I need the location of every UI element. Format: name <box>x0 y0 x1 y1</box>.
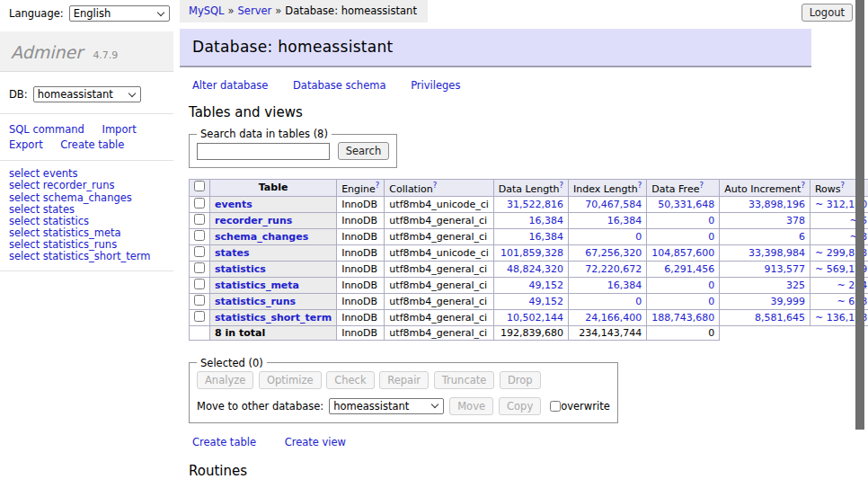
sidebar-item-select-statistics[interactable]: select statistics <box>9 216 173 227</box>
sidebar-item-select-recorder-runs[interactable]: select recorder_runs <box>9 180 173 191</box>
sidebar-item-select-schema-changes[interactable]: select schema_changes <box>9 192 173 204</box>
help-link[interactable]: ? <box>699 181 704 190</box>
index-length-link[interactable]: 72,220,672 <box>585 263 642 275</box>
table-link-statistics[interactable]: statistics <box>215 263 266 275</box>
drop-button[interactable]: Drop <box>500 371 541 389</box>
overwrite-label: overwrite <box>561 400 610 413</box>
auto-increment-link[interactable]: 913,577 <box>764 263 805 275</box>
data-length-link[interactable]: 101,859,328 <box>500 247 563 259</box>
privileges-link[interactable]: Privileges <box>411 79 460 92</box>
data-length-link[interactable]: 10,502,144 <box>507 312 563 324</box>
auto-increment-link[interactable]: 8,581,645 <box>755 312 805 324</box>
database-schema-link[interactable]: Database schema <box>293 79 385 92</box>
language-select[interactable]: English <box>69 5 170 22</box>
overwrite-checkbox[interactable] <box>550 401 561 412</box>
help-link[interactable]: ? <box>433 181 438 190</box>
sidebar-item-select-statistics-short-term[interactable]: select statistics_short_term <box>9 251 173 262</box>
data-free-link[interactable]: 6,291,456 <box>664 263 714 275</box>
table-link-recorder-runs[interactable]: recorder_runs <box>215 215 292 226</box>
row-select-checkbox[interactable] <box>194 214 205 225</box>
sidebar-link-import[interactable]: Import <box>102 123 136 136</box>
analyze-button[interactable]: Analyze <box>197 371 253 389</box>
row-select-checkbox[interactable] <box>194 311 205 322</box>
create-table-link[interactable]: Create table <box>192 436 256 448</box>
row-select-checkbox[interactable] <box>194 279 205 289</box>
create-view-link[interactable]: Create view <box>285 436 346 448</box>
index-length-link[interactable]: 0 <box>635 296 642 307</box>
db-select[interactable]: homeassistant <box>33 86 141 102</box>
index-length-link[interactable]: 0 <box>635 231 642 243</box>
data-length-link[interactable]: 31,522,816 <box>507 199 563 210</box>
table-row: events InnoDB utf8mb4_unicode_ci 31,522,… <box>190 196 868 212</box>
help-link[interactable]: ? <box>638 181 642 190</box>
copy-button[interactable]: Copy <box>499 397 541 415</box>
data-free-link[interactable]: 0 <box>708 279 714 291</box>
table-link-states[interactable]: states <box>215 247 250 259</box>
auto-increment-link[interactable]: 33,398,984 <box>748 247 805 259</box>
auto-increment-link[interactable]: 325 <box>786 279 805 291</box>
sidebar-link-sql-command[interactable]: SQL command <box>9 123 84 136</box>
help-link[interactable]: ? <box>801 181 805 190</box>
breadcrumb-link-server[interactable]: Server <box>238 4 272 17</box>
data-length-link[interactable]: 49,152 <box>529 296 564 307</box>
search-button[interactable]: Search <box>338 142 390 160</box>
data-length-link[interactable]: 16,384 <box>529 231 564 243</box>
breadcrumb-link-mysql[interactable]: MySQL <box>189 4 225 17</box>
row-select-checkbox[interactable] <box>194 246 205 257</box>
data-length-link[interactable]: 49,152 <box>529 279 564 291</box>
auto-increment-link[interactable]: 378 <box>786 215 805 226</box>
auto-increment-link[interactable]: 39,999 <box>770 296 805 307</box>
row-select-checkbox[interactable] <box>194 230 205 241</box>
language-selected-value: English <box>74 7 111 20</box>
index-length-link[interactable]: 70,467,584 <box>585 199 642 210</box>
table-link-schema-changes[interactable]: schema_changes <box>215 231 308 243</box>
table-link-statistics-meta[interactable]: statistics_meta <box>215 279 299 291</box>
data-free-link[interactable]: 104,857,600 <box>651 247 714 259</box>
data-length-link[interactable]: 16,384 <box>529 215 564 226</box>
row-select-checkbox[interactable] <box>194 262 205 273</box>
data-length-link[interactable]: 48,824,320 <box>507 263 563 275</box>
alter-database-link[interactable]: Alter database <box>192 79 268 92</box>
table-row: statistics_meta InnoDB utf8mb4_general_c… <box>190 277 868 293</box>
auto-increment-link[interactable]: 33,898,196 <box>748 199 805 210</box>
select-all-checkbox[interactable] <box>194 181 205 191</box>
breadcrumb-separator: » <box>275 4 281 17</box>
data-free-link[interactable]: 0 <box>708 231 714 243</box>
logout-button[interactable]: Logout <box>802 4 853 22</box>
sidebar-divider <box>0 113 173 114</box>
repair-button[interactable]: Repair <box>379 371 429 389</box>
move-database-select[interactable]: homeassistant <box>329 398 444 414</box>
optimize-button[interactable]: Optimize <box>259 371 322 389</box>
sidebar-tables-list: select events select recorder_runs selec… <box>9 168 173 271</box>
row-select-checkbox[interactable] <box>194 295 205 306</box>
collation-cell: utf8mb4_general_ci <box>385 212 493 228</box>
move-button[interactable]: Move <box>449 397 493 415</box>
row-select-checkbox[interactable] <box>194 198 205 209</box>
help-link[interactable]: ? <box>841 181 846 190</box>
sidebar-link-export[interactable]: Export <box>9 138 43 151</box>
table-link-events[interactable]: events <box>215 199 252 210</box>
table-link-statistics-short-term[interactable]: statistics_short_term <box>215 312 332 324</box>
column-header-auto-increment: Auto Increment? <box>720 180 810 197</box>
check-button[interactable]: Check <box>326 371 374 389</box>
data-free-link[interactable]: 0 <box>708 296 714 307</box>
vertical-scrollbar[interactable] <box>855 0 864 430</box>
search-input[interactable] <box>197 143 330 160</box>
data-free-link[interactable]: 0 <box>708 215 714 226</box>
index-length-link[interactable]: 24,166,400 <box>585 312 642 324</box>
index-length-link[interactable]: 67,256,320 <box>585 247 642 259</box>
tables-and-views-heading: Tables and views <box>189 104 855 120</box>
help-link[interactable]: ? <box>560 181 564 190</box>
index-length-link[interactable]: 16,384 <box>607 279 642 291</box>
sidebar-link-create-table[interactable]: Create table <box>60 138 124 151</box>
index-length-link[interactable]: 16,384 <box>607 215 642 226</box>
truncate-button[interactable]: Truncate <box>434 371 495 389</box>
db-selected-value: homeassistant <box>38 88 113 101</box>
data-free-link[interactable]: 188,743,680 <box>651 312 714 324</box>
sidebar-item-select-states[interactable]: select states <box>9 204 173 216</box>
data-free-link[interactable]: 50,331,648 <box>658 199 714 210</box>
table-row: statistics InnoDB utf8mb4_general_ci 48,… <box>190 261 868 277</box>
auto-increment-link[interactable]: 6 <box>799 231 805 243</box>
help-link[interactable]: ? <box>376 181 380 190</box>
table-link-statistics-runs[interactable]: statistics_runs <box>215 296 296 307</box>
